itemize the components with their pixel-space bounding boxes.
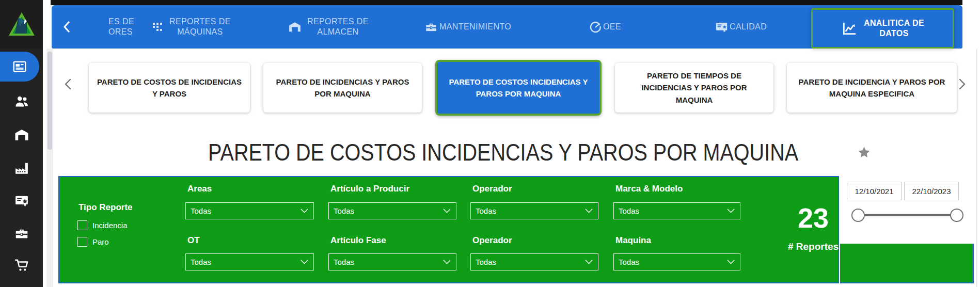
app-logo	[0, 0, 43, 49]
sidebar-item-warehouse[interactable]	[13, 126, 30, 143]
tab-pareto-tiempos-incidencias-paros-maquina[interactable]: PARETO DE TIEMPOS DE INCIDENCIAS Y PAROS…	[615, 63, 773, 113]
filter-label-operador-1: Operador	[472, 184, 512, 194]
filter-label-ot: OT	[187, 235, 200, 246]
dropdown-value: Todas	[191, 206, 211, 215]
dropdown-value: Todas	[619, 206, 639, 215]
sidebar	[0, 0, 43, 287]
chevron-down-icon	[727, 209, 735, 213]
dropdown-value: Todas	[334, 258, 354, 266]
machine-grid-icon	[151, 21, 164, 33]
dropdown-ot[interactable]: Todas	[185, 253, 314, 270]
dropdown-articulo-fase[interactable]: Todas	[328, 253, 456, 270]
nav-item-oee[interactable]: OEE	[589, 5, 621, 49]
chevron-down-icon	[443, 209, 451, 213]
dropdown-operador-2[interactable]: Todas	[470, 253, 598, 270]
warehouse-icon	[288, 20, 302, 34]
scrollbar-thumb[interactable]	[48, 52, 52, 150]
toolbox-icon	[14, 226, 29, 241]
triangle-logo-icon	[8, 11, 36, 38]
checkbox-paro[interactable]: Paro	[77, 237, 109, 247]
sidebar-item-reports[interactable]	[0, 52, 39, 82]
date-slider-handle-end[interactable]	[950, 209, 963, 222]
toolbox-icon	[424, 20, 438, 34]
tab-label: PARETO DE COSTOS INCIDENCIAS Y PAROS POR…	[444, 76, 593, 100]
checkbox-box	[77, 237, 87, 247]
nav-label-line: ANALITICA DE	[864, 18, 924, 28]
shopping-cart-icon	[14, 257, 29, 273]
date-slider-track[interactable]	[858, 214, 957, 216]
page-title: PARETO DE COSTOS INCIDENCIAS Y PAROS POR…	[208, 138, 798, 166]
tab-pareto-incidencia-paros-maquina-especifica[interactable]: PARETO DE INCIDENCIA Y PAROS POR MAQUINA…	[787, 63, 957, 113]
dropdown-value: Todas	[476, 206, 496, 215]
nav-label-line: ES DE	[108, 17, 134, 27]
nav-label-line: MANTENIMIENTO	[439, 22, 511, 32]
sidebar-item-factory[interactable]	[13, 160, 30, 177]
dropdown-value: Todas	[334, 206, 354, 215]
filter-panel: Tipo Reporte Incidencia Paro Areas Todas…	[58, 176, 839, 283]
factory-icon	[14, 161, 29, 176]
sidebar-item-users[interactable]	[13, 93, 30, 109]
sidebar-item-shop[interactable]	[13, 257, 30, 273]
tabs-prev-button[interactable]	[61, 76, 74, 92]
filter-label-areas: Areas	[187, 184, 212, 194]
warehouse-icon	[14, 127, 29, 142]
nav-label-line: CALIDAD	[730, 22, 767, 32]
nav-label-line: MÁQUINAS	[169, 27, 231, 37]
kpi-reportes-value: 23	[762, 204, 865, 232]
top-navbar: ES DE ORES REPORTES DE MÁQUINAS	[52, 5, 962, 49]
chevron-down-icon	[301, 209, 308, 213]
tab-pareto-incidencias-paros-maquina[interactable]: PARETO DE INCIDENCIAS Y PAROS POR MAQUIN…	[263, 63, 422, 113]
nav-item-reportes-operadores[interactable]: ES DE ORES	[108, 5, 134, 49]
report-newspaper-icon	[12, 59, 27, 74]
nav-label-line: DATOS	[864, 28, 924, 39]
nav-label-line: OEE	[603, 22, 621, 32]
header-background-strip	[51, 0, 962, 5]
checkbox-incidencia[interactable]: Incidencia	[77, 220, 128, 230]
filter-label-maquina: Maquina	[615, 235, 651, 246]
users-icon	[14, 93, 29, 109]
date-start-input[interactable]: 12/10/2021	[847, 182, 902, 200]
nav-label-line: REPORTES DE	[169, 17, 231, 27]
dropdown-value: Todas	[476, 258, 496, 266]
filter-label-operador-2: Operador	[472, 235, 512, 246]
app-window: ES DE ORES REPORTES DE MÁQUINAS	[0, 0, 980, 287]
tab-pareto-costos-incidencias-paros-maquina[interactable]: PARETO DE COSTOS INCIDENCIAS Y PAROS POR…	[435, 60, 602, 116]
chevron-down-icon	[301, 260, 308, 264]
gauge-icon	[589, 21, 602, 34]
report-tabs: PARETO DE COSTOS DE INCIDENCIAS Y PAROS …	[89, 63, 957, 116]
nav-item-analitica-datos[interactable]: ANALITICA DE DATOS	[811, 8, 954, 49]
dropdown-maquina[interactable]: Todas	[613, 253, 740, 270]
tipo-reporte-label: Tipo Reporte	[78, 202, 133, 213]
sidebar-item-quality[interactable]	[13, 193, 30, 209]
dropdown-articulo-producir[interactable]: Todas	[328, 202, 456, 219]
nav-item-reportes-almacen[interactable]: REPORTES DE ALMACEN	[288, 5, 369, 49]
dropdown-areas[interactable]: Todas	[185, 202, 314, 219]
sidebar-item-maintenance[interactable]	[13, 225, 30, 242]
quality-certificate-icon	[14, 193, 29, 209]
date-slider-handle-start[interactable]	[851, 209, 865, 222]
favorite-star-icon[interactable]	[857, 146, 871, 159]
tab-label: PARETO DE COSTOS DE INCIDENCIAS Y PAROS	[96, 76, 243, 100]
chevron-down-icon	[585, 260, 593, 264]
chevron-down-icon	[585, 209, 593, 213]
chevron-right-icon	[959, 78, 966, 90]
nav-item-mantenimiento[interactable]: MANTENIMIENTO	[424, 5, 511, 49]
checkbox-label: Paro	[92, 237, 109, 246]
nav-item-reportes-maquinas[interactable]: REPORTES DE MÁQUINAS	[151, 5, 231, 49]
chevron-down-icon	[443, 260, 451, 264]
dropdown-value: Todas	[191, 258, 211, 266]
tab-pareto-costos-incidencias-paros[interactable]: PARETO DE COSTOS DE INCIDENCIAS Y PAROS	[89, 63, 250, 113]
chevron-left-icon	[63, 21, 70, 33]
tab-label: PARETO DE INCIDENCIA Y PAROS POR MAQUINA…	[794, 76, 950, 100]
tabs-next-button[interactable]	[955, 76, 969, 92]
dropdown-operador-1[interactable]: Todas	[470, 202, 598, 219]
nav-item-calidad[interactable]: CALIDAD	[715, 5, 767, 49]
nav-back-button[interactable]	[59, 19, 74, 35]
dropdown-marca-modelo[interactable]: Todas	[613, 202, 740, 219]
tab-label: PARETO DE TIEMPOS DE INCIDENCIAS Y PAROS…	[622, 70, 766, 106]
chevron-down-icon	[727, 260, 735, 264]
date-end-input[interactable]: 22/10/2023	[904, 182, 959, 200]
dropdown-value: Todas	[619, 258, 639, 266]
right-edge-divider	[976, 49, 977, 287]
title-row: PARETO DE COSTOS INCIDENCIAS Y PAROS POR…	[58, 136, 973, 168]
